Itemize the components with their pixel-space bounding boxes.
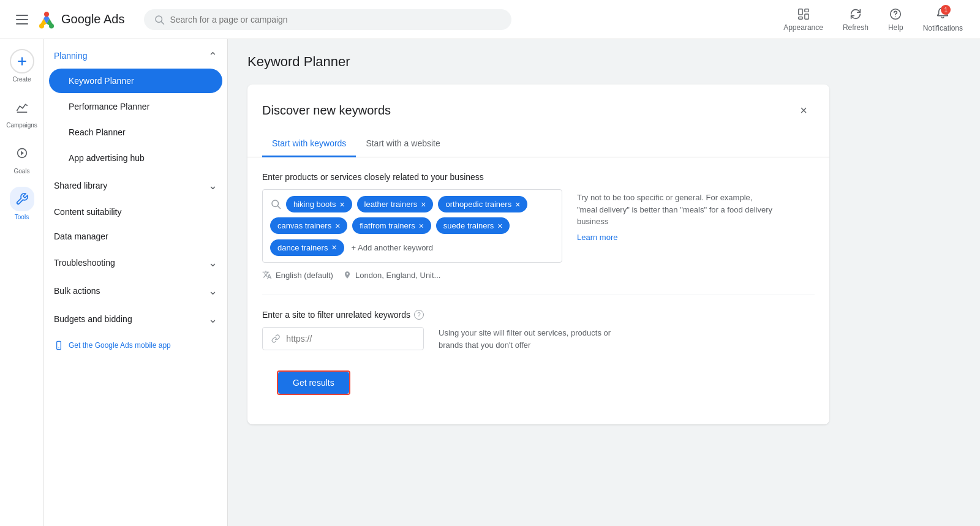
filter-section: Enter a site to filter unrelated keyword… [262, 295, 815, 351]
get-results-section: Get results [262, 351, 815, 410]
bulk-actions-chevron: ⌄ [208, 284, 217, 298]
help-action[interactable]: Help [881, 5, 911, 34]
budgets-bidding-label: Budgets and bidding [54, 314, 132, 324]
tag-flatfrom-trainers[interactable]: flatfrom trainers × [352, 217, 431, 234]
keywords-section-label: Enter products or services closely relat… [262, 172, 815, 182]
search-icon [154, 14, 165, 25]
rail-tools[interactable]: Tools [2, 182, 42, 225]
sidebar-content-suitability[interactable]: Content suitability [44, 200, 227, 224]
troubleshooting-label: Troubleshooting [54, 258, 115, 268]
url-field[interactable] [286, 334, 415, 344]
card-title: Discover new keywords [262, 103, 391, 118]
sidebar-shared-library[interactable]: Shared library ⌄ [44, 171, 227, 200]
remove-leather-trainers[interactable]: × [421, 200, 426, 209]
nav-actions: Appearance Refresh Help [776, 4, 970, 35]
card-header: Discover new keywords × [247, 85, 829, 121]
filter-input-wrapper: Enter a site to filter unrelated keyword… [262, 310, 424, 350]
svg-point-11 [895, 16, 896, 17]
sidebar-item-performance-planner[interactable]: Performance Planner [49, 94, 222, 119]
tag-orthopedic-trainers[interactable]: orthopedic trainers × [438, 196, 527, 212]
appearance-action[interactable]: Appearance [776, 5, 831, 34]
add-keyword-button[interactable]: + Add another keyword [349, 239, 435, 256]
appearance-icon [797, 7, 810, 21]
notifications-label: Notifications [923, 24, 963, 32]
refresh-icon [849, 7, 862, 21]
sidebar-bulk-actions[interactable]: Bulk actions ⌄ [44, 277, 227, 305]
filter-two-col: Enter a site to filter unrelated keyword… [262, 310, 815, 351]
notifications-action[interactable]: 1 Notifications [916, 4, 970, 35]
rail-create[interactable]: Create [2, 44, 42, 88]
sidebar-item-reach-planner[interactable]: Reach Planner [49, 120, 222, 145]
tag-canvas-trainers[interactable]: canvas trainers × [270, 217, 347, 234]
sidebar: Planning ⌄ Keyword Planner Performance P… [44, 39, 228, 526]
get-results-wrapper: Get results [277, 370, 350, 395]
budgets-bidding-chevron: ⌄ [208, 312, 217, 326]
sidebar-item-app-advertising-hub[interactable]: App advertising hub [49, 146, 222, 170]
svg-point-2 [49, 23, 54, 28]
planning-title: Planning [54, 51, 88, 61]
content-suitability-label: Content suitability [54, 207, 122, 217]
sidebar-data-manager[interactable]: Data manager [44, 224, 227, 249]
location-selector[interactable]: London, England, Unit... [343, 271, 441, 280]
get-results-button[interactable]: Get results [278, 372, 349, 394]
remove-canvas-trainers[interactable]: × [335, 222, 340, 230]
keyword-input-area[interactable]: hiking boots × leather trainers × orthop… [262, 189, 562, 263]
remove-suede-trainers[interactable]: × [497, 222, 502, 230]
sidebar-footer[interactable]: Get the Google Ads mobile app [44, 333, 227, 358]
goals-label: Goals [13, 168, 29, 175]
keyword-input-wrapper: hiking boots × leather trainers × orthop… [262, 189, 562, 280]
sidebar-budgets-bidding[interactable]: Budgets and bidding ⌄ [44, 305, 227, 333]
troubleshooting-chevron: ⌄ [208, 256, 217, 269]
language-selector[interactable]: English (default) [262, 270, 333, 280]
search-input[interactable] [170, 15, 502, 24]
refresh-label: Refresh [843, 23, 869, 32]
tab-start-website[interactable]: Start with a website [356, 131, 450, 157]
svg-rect-6 [798, 9, 802, 14]
remove-dance-trainers[interactable]: × [331, 243, 336, 252]
language-text: English (default) [276, 271, 333, 280]
main-layout: Create Campaigns Goals [0, 39, 980, 526]
keywords-learn-more-link[interactable]: Learn more [577, 233, 773, 242]
svg-rect-9 [798, 17, 802, 19]
tag-dance-trainers[interactable]: dance trainers × [270, 239, 344, 256]
tools-icon [15, 192, 29, 206]
tag-hiking-boots[interactable]: hiking boots × [286, 196, 352, 212]
data-manager-label: Data manager [54, 231, 108, 241]
hamburger-menu[interactable] [10, 7, 34, 32]
keyword-planner-card: Discover new keywords × Start with keywo… [247, 85, 829, 424]
refresh-action[interactable]: Refresh [835, 5, 876, 34]
page-title: Keyword Planner [247, 54, 960, 70]
card-tabs: Start with keywords Start with a website [247, 131, 829, 157]
global-search[interactable] [144, 9, 511, 30]
svg-point-3 [44, 12, 49, 17]
remove-hiking-boots[interactable]: × [339, 200, 344, 209]
shared-library-label: Shared library [54, 181, 107, 190]
svg-rect-7 [804, 9, 808, 12]
svg-point-1 [39, 23, 44, 28]
translate-icon [262, 270, 272, 280]
goals-icon [15, 146, 29, 160]
help-label: Help [888, 23, 903, 32]
tag-leather-trainers[interactable]: leather trainers × [357, 196, 434, 212]
planning-section-header[interactable]: Planning ⌄ [44, 39, 227, 67]
tag-suede-trainers[interactable]: suede trainers × [436, 217, 510, 234]
campaigns-label: Campaigns [6, 122, 37, 129]
close-button[interactable]: × [793, 99, 815, 121]
sidebar-troubleshooting[interactable]: Troubleshooting ⌄ [44, 249, 227, 277]
sidebar-footer-label: Get the Google Ads mobile app [69, 341, 171, 350]
tab-start-keywords[interactable]: Start with keywords [262, 131, 356, 157]
rail-campaigns[interactable]: Campaigns [2, 90, 42, 133]
appearance-label: Appearance [783, 23, 823, 32]
card-body: Enter products or services closely relat… [247, 157, 829, 424]
sidebar-item-keyword-planner[interactable]: Keyword Planner [49, 69, 222, 93]
keywords-hint-text: Try not to be too specific or general. F… [577, 192, 773, 228]
remove-flatfrom-trainers[interactable]: × [419, 222, 424, 230]
remove-orthopedic-trainers[interactable]: × [515, 200, 520, 209]
url-input-box[interactable] [262, 327, 424, 350]
filter-help-icon[interactable]: ? [414, 310, 424, 320]
campaigns-icon [15, 100, 29, 114]
rail-goals[interactable]: Goals [2, 136, 42, 179]
bulk-actions-label: Bulk actions [54, 286, 100, 296]
main-content: Keyword Planner Discover new keywords × … [228, 39, 980, 526]
svg-line-19 [277, 206, 280, 208]
